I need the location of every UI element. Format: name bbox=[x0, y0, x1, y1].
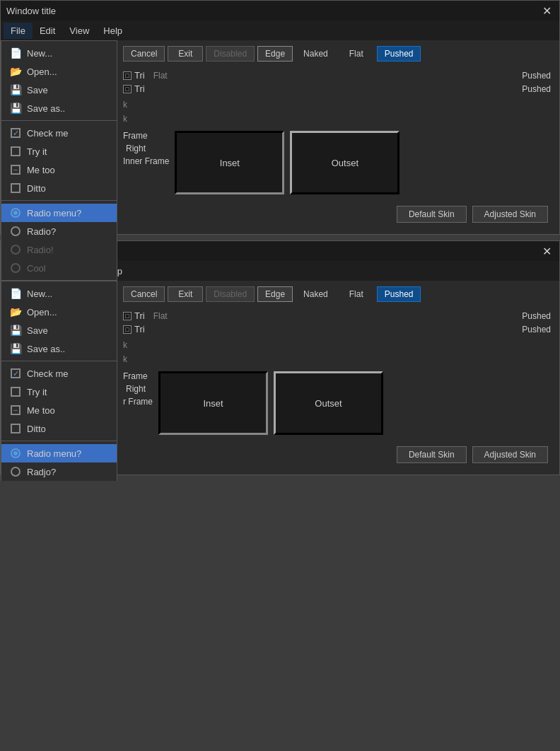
flat-label: Flat bbox=[151, 311, 170, 321]
tri-check: □ Tri bbox=[123, 70, 145, 81]
toolbar-btn-pushed[interactable]: Pushed bbox=[377, 46, 421, 62]
menu-item-radio1[interactable]: Radjo? bbox=[1, 462, 117, 481]
menu-label: Check me bbox=[27, 128, 111, 139]
menu-item-view[interactable]: View bbox=[62, 23, 96, 39]
menu-label: Ditto bbox=[27, 183, 111, 194]
frame-bottom-label: Inner Frame bbox=[123, 156, 169, 166]
right-label: Right bbox=[123, 384, 148, 394]
menu-item-saveas[interactable]: 💾 Save as.. bbox=[1, 99, 117, 117]
menu-item-edit[interactable]: Edit bbox=[33, 23, 62, 39]
bottom-btn-adjusted-skin[interactable]: Adjusted Skin bbox=[472, 206, 548, 223]
menu-label: Radio? bbox=[27, 226, 111, 237]
tri-checkbox[interactable]: □ bbox=[123, 312, 132, 320]
toolbar-btn-disabled[interactable]: Disabled bbox=[206, 286, 255, 302]
title-bar: Window title ✕ bbox=[1, 1, 559, 21]
window-content: 📄 New... 📂 Open... 💾 Save 💾 Save as.. Ch… bbox=[1, 281, 559, 475]
toolbar-btn-naked[interactable]: Naked bbox=[296, 46, 336, 62]
menu-separator bbox=[1, 200, 117, 201]
save-icon: 💾 bbox=[7, 84, 24, 95]
tri-checkbox[interactable]: □ bbox=[123, 71, 132, 80]
partial-icon bbox=[7, 165, 24, 175]
tri-check: □ Tri bbox=[123, 324, 145, 334]
menu-item-radio2[interactable]: Radio! bbox=[1, 240, 117, 259]
x-marks-section: kk bbox=[123, 100, 554, 125]
toolbar-btn-flat[interactable]: Flat bbox=[339, 286, 374, 302]
check-icon bbox=[7, 128, 24, 138]
menu-item-file[interactable]: File bbox=[4, 23, 33, 39]
menu-item-radiomenu[interactable]: Radio menu? bbox=[1, 444, 117, 462]
tri-label: Tri bbox=[134, 324, 145, 334]
menu-item-open[interactable]: 📂 Open... bbox=[1, 62, 117, 81]
tri-row-0: □ Tri Flat Pushed bbox=[123, 310, 554, 321]
toolbar-btn-cancel[interactable]: Cancel bbox=[123, 46, 165, 62]
toolbar-row: CancelExitDisabledEdgeNakedFlatPushed bbox=[123, 46, 554, 62]
menu-item-save[interactable]: 💾 Save bbox=[1, 81, 117, 99]
window-title: Window title bbox=[6, 6, 56, 16]
toolbar-btn-naked[interactable]: Naked bbox=[296, 286, 336, 302]
bottom-btn-adjusted-skin[interactable]: Adjusted Skin bbox=[472, 446, 548, 463]
menu-label: Save as.. bbox=[27, 344, 111, 354]
menu-item-saveas[interactable]: 💾 Save as.. bbox=[1, 339, 117, 358]
menu-item-save[interactable]: 💾 Save bbox=[1, 321, 117, 339]
menu-item-radio1[interactable]: Radio? bbox=[1, 222, 117, 240]
folder-icon: 📂 bbox=[7, 66, 24, 77]
menu-label: Me too bbox=[27, 405, 111, 416]
menu-label: Radio! bbox=[27, 245, 111, 255]
toolbar-row: CancelExitDisabledEdgeNakedFlatPushed bbox=[123, 286, 554, 302]
menu-item-cool[interactable]: Cool bbox=[1, 259, 117, 277]
menu-item-radiomenu[interactable]: Radio menu? bbox=[1, 204, 117, 222]
page-icon: 📄 bbox=[7, 288, 24, 299]
radio-empty bbox=[7, 226, 24, 236]
menu-item-new[interactable]: 📄 New... bbox=[1, 284, 117, 303]
saveas-icon: 💾 bbox=[7, 343, 24, 354]
radio-filled bbox=[7, 448, 24, 458]
menu-item-help[interactable]: Help bbox=[96, 23, 129, 39]
toolbar-btn-edge[interactable]: Edge bbox=[257, 46, 293, 62]
tri-check: □ Tri bbox=[123, 83, 145, 94]
radio-empty bbox=[7, 467, 24, 477]
menu-label: Open... bbox=[27, 66, 111, 77]
menu-label: Save bbox=[27, 85, 111, 95]
toolbar-btn-edge[interactable]: Edge bbox=[257, 286, 293, 302]
menu-item-metoo[interactable]: Me too bbox=[1, 161, 117, 179]
menu-item-metoo[interactable]: Me too bbox=[1, 401, 117, 419]
uncheck-icon bbox=[7, 387, 24, 397]
partial-icon bbox=[7, 405, 24, 415]
main-content: CancelExitDisabledEdgeNakedFlatPushed □ … bbox=[117, 40, 559, 234]
menu-item-ditto[interactable]: Ditto bbox=[1, 179, 117, 197]
x-mark: k bbox=[123, 100, 554, 110]
toolbar-btn-cancel[interactable]: Cancel bbox=[123, 286, 165, 302]
toolbar-btn-exit[interactable]: Exit bbox=[168, 286, 203, 302]
frame-left-label: Frame bbox=[123, 371, 153, 381]
menu-separator bbox=[1, 120, 117, 121]
bottom-btn-default-skin[interactable]: Default Skin bbox=[397, 446, 467, 463]
window-window1: Window title ✕ FileEditViewHelp 📄 New...… bbox=[0, 0, 560, 235]
menu-item-checkme[interactable]: Check me bbox=[1, 124, 117, 142]
menu-label: Cool bbox=[27, 263, 111, 274]
tri-label: Tri bbox=[134, 83, 145, 94]
toolbar-btn-disabled[interactable]: Disabled bbox=[206, 46, 255, 62]
bottom-btn-default-skin[interactable]: Default Skin bbox=[397, 206, 467, 223]
check-icon bbox=[7, 368, 24, 378]
tri-checkbox[interactable]: □ bbox=[123, 85, 132, 93]
menu-item-open[interactable]: 📂 Open... bbox=[1, 303, 117, 321]
menu-item-new[interactable]: 📄 New... bbox=[1, 44, 117, 62]
menu-label: Save as.. bbox=[27, 103, 111, 114]
menu-label: Radjo? bbox=[27, 467, 111, 477]
menu-item-tryit[interactable]: Try it bbox=[1, 383, 117, 401]
menu-item-checkme[interactable]: Check me bbox=[1, 364, 117, 383]
toolbar-btn-exit[interactable]: Exit bbox=[168, 46, 203, 62]
menu-label: New... bbox=[27, 289, 111, 299]
tri-label: Tri bbox=[134, 310, 145, 321]
tri-checkbox[interactable]: □ bbox=[123, 325, 132, 334]
close-button[interactable]: ✕ bbox=[539, 244, 554, 258]
menu-item-ditto[interactable]: Ditto bbox=[1, 419, 117, 438]
radio-dim bbox=[7, 245, 24, 255]
toolbar-btn-flat[interactable]: Flat bbox=[339, 46, 374, 62]
menu-item-tryit[interactable]: Try it bbox=[1, 142, 117, 161]
close-button[interactable]: ✕ bbox=[539, 4, 554, 18]
tri-row-1: □ Tri Pushed bbox=[123, 324, 554, 334]
right-label: Right bbox=[123, 144, 148, 153]
radio-filled bbox=[7, 208, 24, 218]
toolbar-btn-pushed[interactable]: Pushed bbox=[377, 286, 421, 302]
